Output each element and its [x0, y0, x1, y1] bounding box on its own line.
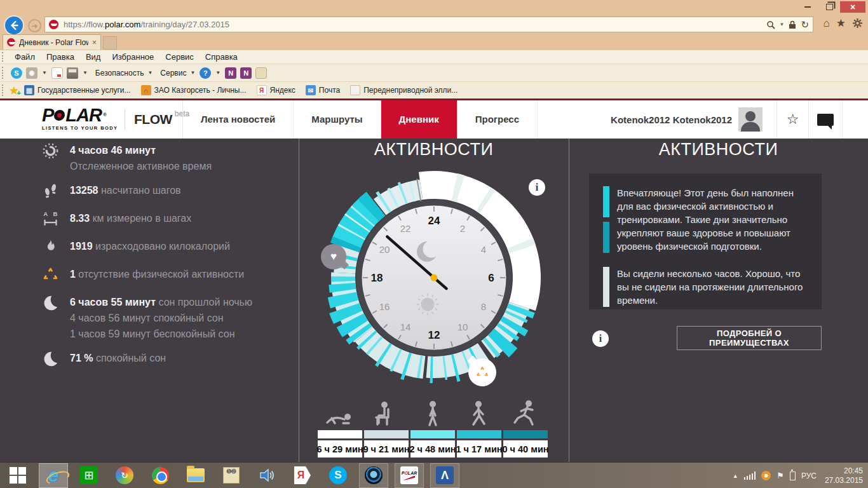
restore-button[interactable]	[818, 1, 840, 13]
tray-date: 27.03.2015	[825, 476, 863, 485]
menu-item-1[interactable]: Правка	[41, 52, 80, 62]
yandex-ya-icon: Я	[294, 466, 311, 484]
new-tab-button[interactable]	[103, 36, 117, 50]
address-bar[interactable]: https://flow.polar.com/training/day/27.0…	[44, 17, 813, 32]
sleep-icon	[42, 294, 70, 342]
menu-item-3[interactable]: Избранное	[106, 52, 159, 62]
language-indicator[interactable]: РУС	[801, 471, 817, 480]
favorite-item-1[interactable]: ЗАО Казгорсеть - Личны...	[141, 85, 247, 95]
settings-gear-icon[interactable]	[852, 18, 863, 29]
stat-row-5: 6 часов 55 минут сон прошлой ночью4 часо…	[42, 294, 293, 342]
inactivity-stamp[interactable]	[468, 358, 496, 386]
internet-explorer-icon[interactable]: e	[39, 464, 67, 487]
battery-icon[interactable]	[790, 471, 796, 480]
action-center-flag-icon[interactable]: ⚑	[776, 471, 784, 480]
favorite-item-0[interactable]: Государственные услуги...	[24, 85, 131, 95]
close-button[interactable]: ×	[840, 1, 865, 13]
menu-item-2[interactable]: Вид	[80, 52, 107, 62]
avatar[interactable]	[738, 107, 763, 132]
activity-zone-0[interactable]: 6 ч 29 мин	[318, 398, 362, 458]
nav-item-2[interactable]: Дневник	[381, 100, 457, 139]
benefit-info-icon[interactable]: i	[592, 330, 609, 347]
clock[interactable]: 20:4527.03.2015	[825, 466, 863, 485]
activity-zone-1[interactable]: 9 ч 21 мин	[364, 398, 409, 458]
home-icon[interactable]: ⌂	[823, 17, 829, 30]
skype-plugin-icon[interactable]: S	[11, 67, 22, 79]
favorite-item-3[interactable]: ✉Почта	[306, 85, 340, 95]
search-icon[interactable]	[766, 20, 775, 29]
blue-a-icon: Λ	[436, 466, 454, 484]
activity-zone-2[interactable]: 2 ч 48 мин	[410, 398, 455, 458]
svg-text:24: 24	[428, 215, 440, 227]
windows-store-icon[interactable]	[75, 464, 103, 487]
add-favorite-button[interactable]: ★	[9, 85, 19, 95]
start-button[interactable]	[4, 464, 32, 487]
svg-text:16: 16	[379, 301, 390, 312]
kaz-icon	[141, 85, 151, 95]
file-explorer-icon[interactable]	[182, 464, 210, 487]
favorites-bar: ★ Государственные услуги...ЗАО Казгорсет…	[0, 81, 868, 98]
sitting-icon	[367, 398, 405, 428]
polar-flowsync-icon[interactable]: POLAR	[395, 464, 423, 487]
menu-bar: ФайлПравкаВидИзбранноеСервисСправка	[0, 50, 868, 64]
svg-text:A: A	[43, 210, 48, 217]
favorites-header-button[interactable]: ☆	[776, 100, 808, 139]
nav-item-0[interactable]: Лента новостей	[182, 100, 293, 139]
benefit-details-button[interactable]: ПОДРОБНЕЙ О ПРЕИМУЩЕСТВАХ	[677, 326, 822, 350]
feedback-button[interactable]	[808, 100, 843, 139]
forward-button[interactable]: ➜	[28, 19, 41, 32]
menu-item-4[interactable]: Сервис	[159, 52, 200, 62]
sticky-notes-icon[interactable]	[217, 464, 245, 487]
activity-zone-4[interactable]: 0 ч 40 мин	[503, 398, 548, 458]
printer-icon[interactable]	[67, 67, 78, 79]
tab-close-icon[interactable]: ×	[92, 38, 97, 47]
nav-item-3[interactable]: Прогресс	[457, 100, 538, 139]
security-dropdown-icon[interactable]: ▼	[147, 70, 153, 76]
onenote-send-icon[interactable]: N	[225, 67, 236, 79]
screen: × ➜ https://flow.polar.com/training/day/…	[0, 0, 868, 488]
yandex-browser-icon[interactable]: Я	[288, 464, 316, 487]
help-dropdown-icon[interactable]: ▼	[215, 70, 220, 76]
tab-dnevnik[interactable]: Дневник - Polar Flow ×	[3, 34, 101, 50]
minimize-button[interactable]	[797, 1, 818, 13]
volume-mixer-icon[interactable]	[253, 464, 281, 487]
antivirus-tray-icon[interactable]	[761, 471, 771, 480]
onenote-link-icon[interactable]: N	[240, 67, 252, 79]
site-header: PLAR® LISTENS TO YOUR BODY FLOW beta Лен…	[0, 100, 868, 139]
polar-logo[interactable]: PLAR® LISTENS TO YOUR BODY	[42, 106, 118, 131]
rss-icon[interactable]	[26, 67, 37, 79]
menu-item-5[interactable]: Справка	[200, 52, 243, 62]
activity-zone-3[interactable]: 1 ч 17 мин	[457, 398, 501, 458]
skype-icon[interactable]: S	[324, 464, 352, 487]
help-icon[interactable]: ?	[200, 67, 211, 79]
service-menu[interactable]: Сервис	[160, 69, 186, 78]
chrome-icon[interactable]	[146, 464, 174, 487]
updater-icon[interactable]: ↻	[111, 464, 139, 487]
refresh-icon[interactable]: ↻	[801, 19, 809, 30]
search-dropdown-icon[interactable]: ▼	[780, 22, 785, 27]
journal-icon[interactable]	[255, 67, 267, 79]
read-mail-icon[interactable]	[51, 67, 63, 79]
running-icon	[506, 398, 545, 428]
blue-a-app-icon[interactable]: Λ	[431, 464, 459, 487]
webcam-app-icon[interactable]	[360, 464, 388, 487]
svg-text:4: 4	[481, 244, 486, 255]
favorites-star-icon[interactable]: ★	[836, 17, 846, 30]
stat-line: 1919 израсходовано килокалорий	[70, 238, 293, 254]
tray-expand-icon[interactable]: ▲	[733, 473, 738, 479]
menu-item-0[interactable]: Файл	[9, 52, 41, 62]
url-text[interactable]: https://flow.polar.com/training/day/27.0…	[64, 20, 766, 29]
activity-info-icon[interactable]: i	[529, 179, 545, 196]
security-menu[interactable]: Безопасность	[95, 69, 144, 78]
network-icon[interactable]	[744, 471, 756, 480]
nav-item-1[interactable]: Маршруты	[293, 100, 380, 139]
favorite-item-2[interactable]: ЯЯндекс	[257, 85, 295, 95]
service-dropdown-icon[interactable]: ▼	[190, 70, 195, 76]
favorite-item-4[interactable]: Переднеприводной элли...	[350, 85, 458, 95]
stat-row-2: AB8.33 км измерено в шагах	[42, 210, 293, 230]
heart-stamp-icon[interactable]: ♥	[321, 244, 346, 269]
print-dropdown-icon[interactable]: ▼	[83, 70, 88, 76]
back-button[interactable]	[4, 15, 24, 36]
user-menu[interactable]: Kotenok2012 Kotenok2012	[611, 100, 763, 139]
rss-dropdown-icon[interactable]: ▼	[42, 70, 47, 76]
